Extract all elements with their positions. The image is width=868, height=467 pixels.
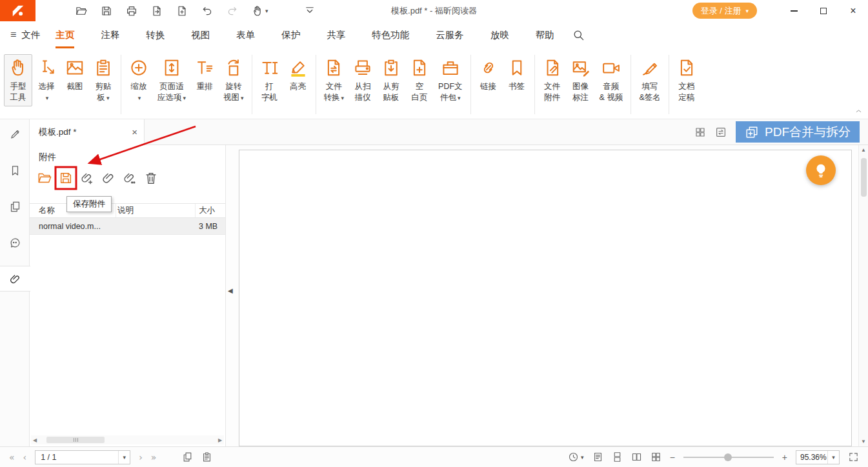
open-attachment-icon[interactable] bbox=[37, 171, 52, 185]
menu-file[interactable]: ≡ 文件 bbox=[10, 21, 40, 48]
scroll-right-icon[interactable]: ▶ bbox=[216, 437, 224, 443]
zoom-out-button[interactable]: − bbox=[670, 452, 675, 462]
ribbon-page-fit-options[interactable]: 页面适应选项▾ bbox=[153, 54, 190, 107]
login-register-button[interactable]: 登录 / 注册 ▾ bbox=[692, 3, 757, 19]
menu-tab-view[interactable]: 视图 bbox=[191, 21, 210, 48]
attachment-icon[interactable] bbox=[101, 171, 116, 185]
scrollbar-thumb[interactable] bbox=[46, 437, 105, 443]
ribbon-fill-sign[interactable]: 填写&签名 bbox=[634, 54, 665, 106]
ribbon-typewriter[interactable]: 打字机 bbox=[256, 54, 284, 106]
menu-tab-home[interactable]: 主页 bbox=[56, 21, 74, 48]
save-attachment-icon[interactable] bbox=[59, 171, 73, 185]
menu-tab-protect[interactable]: 保护 bbox=[281, 21, 300, 48]
tab-switch-icon[interactable] bbox=[715, 126, 727, 138]
grid-layout-icon[interactable] bbox=[651, 452, 661, 462]
ribbon-link[interactable]: 链接 bbox=[474, 54, 503, 95]
scrollbar-thumb[interactable] bbox=[861, 158, 867, 197]
menu-tab-cloud[interactable]: 云服务 bbox=[436, 21, 464, 48]
print-icon[interactable] bbox=[126, 5, 137, 17]
open-file-icon[interactable] bbox=[76, 5, 87, 17]
menu-tab-form[interactable]: 表单 bbox=[236, 21, 255, 48]
ribbon-image-annotation[interactable]: 图像标注 bbox=[567, 54, 595, 106]
ribbon-hand-tool[interactable]: 手型工具 bbox=[4, 54, 32, 106]
ribbon-highlight[interactable]: 高亮 bbox=[284, 54, 312, 95]
vertical-scrollbar[interactable]: ▲ ▼ bbox=[858, 145, 868, 446]
attachment-row[interactable]: normal video.m... 3 MB bbox=[30, 218, 225, 235]
tips-bulb-button[interactable] bbox=[806, 155, 836, 185]
menu-tab-comment[interactable]: 注释 bbox=[101, 21, 119, 48]
scroll-up-icon[interactable]: ▲ bbox=[861, 147, 866, 153]
ribbon-file-attachment[interactable]: 文件附件 bbox=[538, 54, 567, 106]
foxit-logo[interactable] bbox=[0, 0, 35, 21]
sidebar-item-comments[interactable] bbox=[0, 230, 30, 255]
chevron-down-icon[interactable]: ▾ bbox=[827, 451, 839, 464]
create-from-file-icon[interactable] bbox=[151, 5, 163, 17]
panel-collapse-handle[interactable]: ◀ bbox=[228, 284, 236, 296]
ribbon-select-tool[interactable]: 选择▾ bbox=[32, 54, 61, 107]
save-file-icon[interactable] bbox=[101, 5, 112, 17]
ribbon-collapse-icon[interactable] bbox=[854, 107, 863, 115]
column-size[interactable]: 大小 bbox=[196, 205, 225, 216]
page-number-box[interactable]: 1 / 1 ▾ bbox=[35, 450, 130, 464]
zoom-slider[interactable] bbox=[683, 457, 774, 458]
ribbon-file-convert[interactable]: 文件转换▾ bbox=[319, 54, 349, 107]
column-desc[interactable]: 说明 bbox=[116, 204, 196, 217]
delete-attachment-icon[interactable] bbox=[144, 171, 158, 185]
ribbon-reflow[interactable]: 重排 bbox=[190, 54, 219, 95]
ribbon-snapshot[interactable]: 截图 bbox=[61, 54, 89, 95]
ribbon-from-clipboard[interactable]: 从剪贴板 bbox=[377, 54, 405, 106]
search-icon[interactable] bbox=[572, 29, 585, 41]
chevron-down-icon[interactable]: ▾ bbox=[118, 451, 130, 464]
read-mode-icon[interactable] bbox=[592, 452, 603, 462]
zoom-slider-thumb[interactable] bbox=[724, 453, 732, 461]
scroll-down-icon[interactable]: ▼ bbox=[861, 439, 866, 444]
add-attachment-icon[interactable] bbox=[80, 171, 94, 185]
sidebar-item-bookmarks[interactable] bbox=[0, 157, 30, 183]
menu-tab-features[interactable]: 特色功能 bbox=[372, 21, 409, 48]
zoom-in-button[interactable]: + bbox=[782, 452, 787, 462]
ribbon-bookmark[interactable]: 书签 bbox=[503, 54, 531, 95]
tab-grid-view-icon[interactable] bbox=[694, 126, 706, 138]
sidebar-item-pages[interactable] bbox=[0, 194, 30, 219]
column-name[interactable]: 名称 bbox=[30, 204, 116, 217]
maximize-button[interactable] bbox=[809, 0, 838, 21]
continuous-layout-icon[interactable] bbox=[612, 452, 623, 462]
status-clipboard-icon[interactable] bbox=[201, 452, 212, 462]
create-blank-doc-icon[interactable] bbox=[176, 5, 188, 17]
ribbon-audio-video[interactable]: 音频& 视频 bbox=[595, 54, 628, 106]
sidebar-item-attachments[interactable] bbox=[0, 266, 30, 292]
quick-hand-tool[interactable]: ▾ bbox=[252, 5, 268, 17]
menu-tab-help[interactable]: 帮助 bbox=[536, 21, 554, 48]
redo-icon[interactable] bbox=[227, 5, 238, 17]
ribbon-rotate-view[interactable]: 旋转视图▾ bbox=[219, 54, 248, 107]
ribbon-pdf-portfolio[interactable]: PDF文件包▾ bbox=[434, 54, 467, 107]
ribbon-blank-page[interactable]: 空白页 bbox=[405, 54, 434, 106]
first-page-button[interactable]: « bbox=[9, 452, 15, 462]
zoom-level-box[interactable]: 95.36% ▾ bbox=[796, 450, 840, 464]
fullscreen-icon[interactable] bbox=[848, 452, 859, 462]
menu-tab-share[interactable]: 共享 bbox=[327, 21, 345, 48]
status-snapshot-icon[interactable] bbox=[182, 452, 193, 462]
scroll-left-icon[interactable]: ◀ bbox=[31, 437, 39, 443]
pdf-merge-split-banner[interactable]: PDF合并与拆分 bbox=[736, 121, 860, 143]
ribbon-from-scanner[interactable]: 从扫描仪 bbox=[348, 54, 377, 106]
ribbon-clipboard[interactable]: 剪贴板▾ bbox=[89, 54, 117, 107]
customize-toolbar-icon[interactable] bbox=[304, 5, 316, 17]
next-page-button[interactable]: › bbox=[139, 452, 143, 462]
auto-scroll-control[interactable]: ▾ bbox=[568, 452, 584, 462]
panel-horizontal-scrollbar[interactable]: ◀ ▶ bbox=[31, 435, 224, 444]
facing-layout-icon[interactable] bbox=[631, 452, 642, 462]
last-page-button[interactable]: » bbox=[151, 452, 157, 462]
sidebar-item-edit[interactable] bbox=[0, 121, 30, 147]
attachment-settings-icon[interactable] bbox=[123, 171, 137, 185]
close-button[interactable]: × bbox=[838, 0, 868, 21]
pdf-page-canvas[interactable] bbox=[239, 150, 852, 446]
minimize-button[interactable] bbox=[779, 0, 809, 21]
prev-page-button[interactable]: ‹ bbox=[23, 452, 27, 462]
ribbon-zoom[interactable]: 缩放▾ bbox=[125, 54, 153, 107]
document-tab[interactable]: 模板.pdf * × bbox=[30, 119, 145, 145]
undo-icon[interactable] bbox=[201, 5, 213, 17]
menu-tab-convert[interactable]: 转换 bbox=[146, 21, 165, 48]
ribbon-doc-finalize[interactable]: 文档定稿 bbox=[672, 54, 701, 106]
menu-tab-present[interactable]: 放映 bbox=[490, 21, 509, 48]
